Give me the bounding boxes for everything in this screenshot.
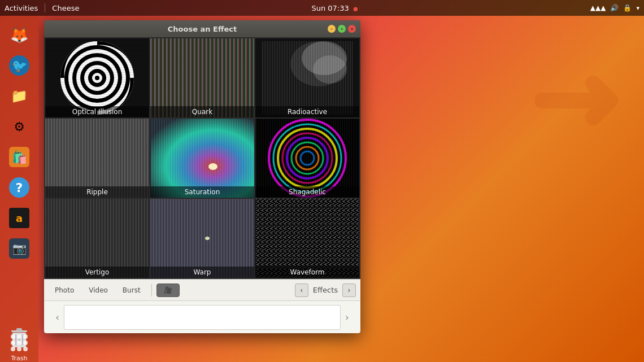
effect-saturation[interactable]: Saturation: [150, 119, 254, 198]
activities-label[interactable]: Activities: [5, 4, 38, 12]
saturation-svg: [151, 119, 254, 198]
radioactive-svg: [262, 41, 353, 115]
apps-grid-icon: [11, 334, 28, 351]
effect-waveform[interactable]: Waveform: [255, 199, 359, 278]
effect-preview-vertigo: [45, 199, 149, 278]
waveform-svg: [256, 199, 359, 278]
effects-label: Effects: [311, 286, 340, 294]
vertigo-bg: [45, 199, 149, 278]
sidebar-icon-appstore[interactable]: 🛍️: [6, 143, 33, 171]
effect-label-optical-illusion: Optical Illusion: [45, 106, 149, 117]
sidebar: 🦊 🐦 📁 ⚙️ 🛍️ ? a 📷: [0, 16, 38, 362]
user-menu[interactable]: ▾: [636, 5, 639, 12]
sidebar-icon-cheese[interactable]: 📷: [6, 235, 33, 262]
effects-grid: Optical Illusion Quark: [44, 37, 360, 279]
topbar-clock: Sun 07:33 ●: [79, 4, 590, 12]
effect-label-waveform: Waveform: [255, 267, 359, 278]
shagadelic-svg: [256, 119, 359, 198]
nav-right-button[interactable]: ›: [342, 284, 356, 297]
sidebar-icon-help[interactable]: ?: [6, 174, 33, 201]
dialog-preview-strip: ‹ ›: [44, 300, 360, 333]
effect-label-warp: Warp: [150, 267, 254, 278]
dialog-close-button[interactable]: ×: [348, 25, 356, 33]
preview-nav-right[interactable]: ›: [341, 311, 354, 323]
spiral-svg: [46, 38, 149, 117]
dialog-titlebar: Choose an Effect − + ×: [44, 20, 360, 37]
effect-ripple[interactable]: Ripple: [45, 119, 149, 198]
preview-content: [64, 305, 341, 330]
effect-preview-quark: [150, 38, 254, 117]
desktop: Choose an Effect − + ×: [38, 16, 644, 362]
topbar-right: ▲▲▲ 🔊 🔒 ▾: [590, 4, 639, 12]
speaker-icon: 🔊: [610, 4, 619, 12]
dialog-choose-effect: Choose an Effect − + ×: [44, 20, 360, 333]
effect-preview-waveform: [255, 199, 359, 278]
svg-rect-44: [256, 199, 359, 278]
tab-video[interactable]: Video: [82, 284, 114, 297]
topbar-left: Activities Cheese: [5, 3, 79, 12]
preview-nav-left[interactable]: ‹: [51, 311, 64, 323]
svg-rect-17: [46, 38, 149, 117]
ripple-bg: [45, 119, 149, 198]
effect-preview-ripple: [45, 119, 149, 198]
effect-warp[interactable]: Warp: [150, 199, 254, 278]
tab-photo[interactable]: Photo: [49, 284, 80, 297]
effect-label-shagadelic: Shagadelic: [255, 186, 359, 198]
effect-preview-shagadelic: [255, 119, 359, 198]
waveform-bg: [255, 199, 359, 278]
sidebar-icon-files[interactable]: 📁: [6, 82, 33, 110]
effect-shagadelic[interactable]: Shagadelic: [255, 119, 359, 198]
effect-label-vertigo: Vertigo: [45, 267, 149, 278]
effect-label-quark: Quark: [150, 106, 254, 117]
dialog-toolbar: Photo Video Burst 🎥 ‹ Effects ›: [44, 279, 360, 300]
effect-label-ripple: Ripple: [45, 186, 149, 198]
nav-left-button[interactable]: ‹: [295, 284, 308, 297]
effect-quark[interactable]: Quark: [150, 38, 254, 117]
svg-rect-39: [256, 119, 359, 198]
warp-bg: [150, 199, 254, 278]
camera-icon: 🎥: [164, 286, 172, 294]
effect-preview-radioactive: [255, 38, 359, 117]
effect-preview-saturation: [150, 119, 254, 198]
effect-label-radioactive: Radioactive: [255, 106, 359, 117]
wifi-icon: ▲▲▲: [590, 4, 606, 12]
radioactive-bg: [255, 38, 359, 117]
svg-rect-28: [151, 119, 254, 198]
effect-preview-optical-illusion: [45, 38, 149, 117]
apps-grid-button[interactable]: [6, 329, 33, 356]
sidebar-icon-settings[interactable]: ⚙️: [6, 113, 33, 140]
topbar: Activities Cheese Sun 07:33 ● ▲▲▲ 🔊 🔒 ▾: [0, 0, 644, 16]
quark-static: [150, 38, 254, 117]
app-name-label[interactable]: Cheese: [52, 4, 79, 12]
effect-preview-warp: [150, 199, 254, 278]
effect-radioactive[interactable]: Radioactive: [255, 38, 359, 117]
dialog-minimize-button[interactable]: −: [328, 25, 336, 33]
dialog-controls: − + ×: [328, 25, 356, 33]
tab-burst[interactable]: Burst: [116, 284, 147, 297]
sidebar-icon-firefox[interactable]: 🦊: [6, 21, 33, 49]
lock-icon: 🔒: [623, 4, 632, 12]
sidebar-icon-thunderbird[interactable]: 🐦: [6, 52, 33, 79]
effect-optical-illusion[interactable]: Optical Illusion: [45, 38, 149, 117]
effect-label-saturation: Saturation: [150, 186, 254, 198]
effect-vertigo[interactable]: Vertigo: [45, 199, 149, 278]
svg-rect-23: [262, 41, 353, 115]
sidebar-icon-amazon[interactable]: a: [6, 204, 33, 232]
capture-button[interactable]: 🎥: [156, 284, 180, 297]
dialog-maximize-button[interactable]: +: [338, 25, 346, 33]
desktop-decoration: [514, 44, 627, 157]
toolbar-divider: [151, 284, 152, 296]
dialog-title: Choose an Effect: [168, 25, 237, 33]
